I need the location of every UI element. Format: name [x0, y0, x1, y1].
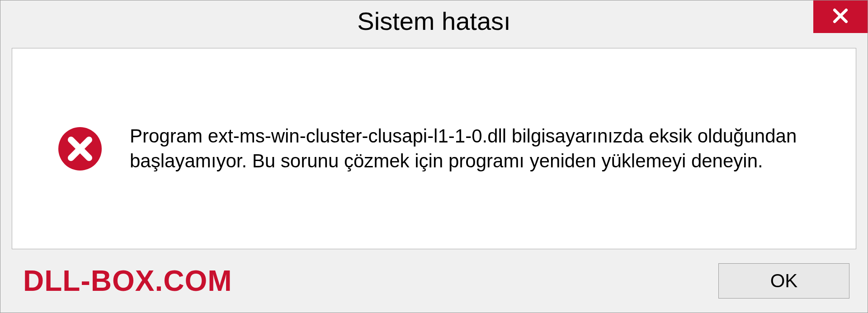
close-button[interactable]	[813, 0, 868, 33]
watermark-text: DLL-BOX.COM	[23, 264, 232, 298]
content-area: Program ext-ms-win-cluster-clusapi-l1-1-…	[12, 48, 856, 249]
ok-button[interactable]: OK	[718, 263, 849, 299]
close-icon	[830, 6, 850, 28]
titlebar: Sistem hatası	[0, 0, 868, 41]
error-dialog: Sistem hatası Program ext-ms-win-cluster…	[0, 0, 868, 313]
dialog-footer: DLL-BOX.COM OK	[0, 258, 868, 313]
dialog-title: Sistem hatası	[357, 6, 510, 36]
error-icon	[57, 126, 103, 171]
error-message: Program ext-ms-win-cluster-clusapi-l1-1-…	[130, 124, 829, 173]
